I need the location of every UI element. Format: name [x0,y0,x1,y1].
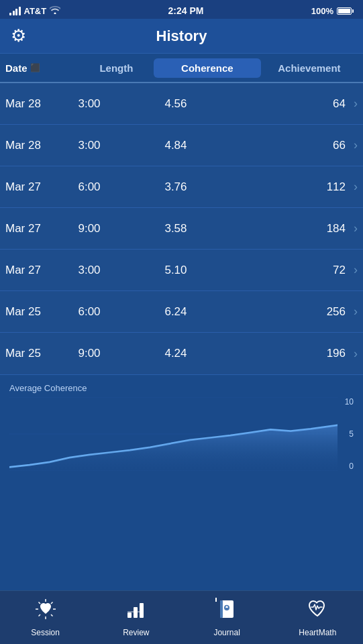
status-time: 2:24 PM [168,5,204,16]
chart-area: Average Coherence 10 5 0 [0,374,363,482]
table-body: Mar 28 3:00 4.56 64 › Mar 28 3:00 4.84 6… [0,83,363,374]
status-bar: AT&T 2:24 PM 100% [0,0,363,19]
session-icon [34,598,57,625]
row-achievement: 66 [239,139,351,152]
table-row[interactable]: Mar 25 6:00 6.24 256 › [0,291,363,333]
col-header-length[interactable]: Length [79,62,154,74]
settings-gear-icon[interactable]: ⚙ [11,25,26,46]
row-date: Mar 27 [5,180,66,194]
row-date: Mar 28 [5,139,66,152]
chart-container: 10 5 0 [9,397,354,471]
row-coherence: 4.24 [113,347,239,360]
row-length: 3:00 [66,139,113,152]
page-header: ⚙ History [0,19,363,54]
nav-label-review: Review [123,628,149,637]
col-header-achievement[interactable]: Achievement [261,62,358,74]
battery-percent: 100% [311,6,333,16]
row-achievement: 64 [239,97,351,111]
table-row[interactable]: Mar 27 3:00 5.10 72 › [0,250,363,291]
row-achievement: 256 [239,305,351,319]
svg-rect-17 [220,600,223,618]
table-row[interactable]: Mar 28 3:00 4.56 64 › [0,83,363,125]
nav-item-journal[interactable]: Journal [182,598,272,637]
status-left: AT&T [9,6,60,16]
row-coherence: 4.56 [113,97,239,111]
row-achievement: 72 [239,264,351,277]
row-length: 6:00 [66,180,113,194]
chart-label: Average Coherence [9,383,354,393]
svg-rect-19 [215,598,217,602]
signal-bars [9,7,21,15]
svg-line-10 [38,614,40,616]
heartmath-icon [306,598,329,625]
row-chevron-icon: › [351,180,358,194]
row-coherence: 4.84 [113,139,239,152]
carrier-label: AT&T [24,6,47,16]
row-achievement: 196 [239,347,351,360]
row-length: 9:00 [66,222,113,235]
row-date: Mar 25 [5,347,66,360]
coherence-chart [9,397,338,471]
table-row[interactable]: Mar 27 9:00 3.58 184 › [0,208,363,250]
svg-marker-3 [9,425,338,471]
col-header-date[interactable]: Date ⬛ [5,62,79,74]
svg-rect-14 [140,603,144,618]
nav-label-heartmath: HeartMath [299,628,336,637]
row-date: Mar 27 [5,222,66,235]
chart-y-max: 10 [340,397,354,407]
table-row[interactable]: Mar 27 6:00 3.76 112 › [0,166,363,208]
table-row[interactable]: Mar 25 9:00 4.24 196 › [0,333,363,374]
table-row[interactable]: Mar 28 3:00 4.84 66 › [0,125,363,166]
table-header: Date ⬛ Length Coherence Achievement [0,54,363,83]
row-chevron-icon: › [351,138,358,152]
svg-line-8 [38,602,40,604]
row-length: 3:00 [66,97,113,111]
row-coherence: 5.10 [113,264,239,277]
row-date: Mar 27 [5,264,66,277]
col-header-coherence[interactable]: Coherence [154,58,261,78]
row-length: 9:00 [66,347,113,360]
nav-label-session: Session [31,628,60,637]
row-date: Mar 28 [5,97,66,111]
chart-y-labels: 10 5 0 [340,397,354,471]
nav-item-heartmath[interactable]: HeartMath [272,598,363,637]
row-chevron-icon: › [351,347,358,361]
chart-y-min: 0 [340,462,354,471]
row-chevron-icon: › [351,221,358,235]
bottom-nav: Session Review [0,590,363,644]
filter-icon[interactable]: ⬛ [30,63,40,72]
journal-icon [215,598,238,625]
row-coherence: 6.24 [113,305,239,319]
svg-line-11 [51,602,53,604]
row-length: 6:00 [66,305,113,319]
row-chevron-icon: › [351,305,358,319]
page-title: History [156,28,207,45]
chart-y-mid: 5 [340,429,354,439]
battery-icon [337,7,354,15]
row-date: Mar 25 [5,305,66,319]
nav-item-session[interactable]: Session [0,598,91,637]
row-chevron-icon: › [351,97,358,111]
wifi-icon [50,6,60,16]
svg-rect-15 [127,611,144,612]
row-coherence: 3.76 [113,180,239,194]
status-right: 100% [311,6,354,16]
row-achievement: 112 [239,180,351,194]
svg-line-9 [51,614,53,616]
nav-label-journal: Journal [213,628,240,637]
row-chevron-icon: › [351,263,358,277]
nav-item-review[interactable]: Review [91,598,181,637]
svg-rect-21 [226,608,227,610]
review-icon [125,598,148,625]
row-coherence: 3.58 [113,222,239,235]
row-length: 3:00 [66,264,113,277]
svg-rect-12 [127,612,132,618]
row-achievement: 184 [239,222,351,235]
